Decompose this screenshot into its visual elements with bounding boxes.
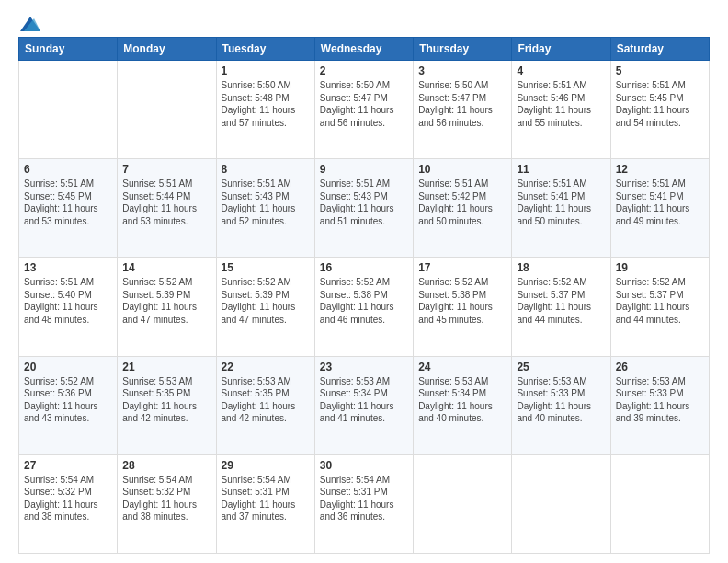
day-info: Sunrise: 5:51 AM Sunset: 5:45 PM Dayligh…	[24, 178, 112, 227]
calendar-cell: 28Sunrise: 5:54 AM Sunset: 5:32 PM Dayli…	[118, 454, 216, 553]
day-info: Sunrise: 5:54 AM Sunset: 5:31 PM Dayligh…	[320, 474, 408, 523]
day-info: Sunrise: 5:54 AM Sunset: 5:31 PM Dayligh…	[222, 474, 310, 523]
day-number: 20	[24, 361, 112, 373]
day-info: Sunrise: 5:50 AM Sunset: 5:47 PM Dayligh…	[418, 79, 506, 129]
calendar-cell: 22Sunrise: 5:53 AM Sunset: 5:35 PM Dayli…	[216, 356, 314, 454]
calendar-week-row: 13Sunrise: 5:51 AM Sunset: 5:40 PM Dayli…	[19, 258, 710, 356]
day-header-friday: Friday	[512, 38, 610, 61]
calendar-cell: 17Sunrise: 5:52 AM Sunset: 5:38 PM Dayli…	[414, 258, 512, 356]
calendar-cell: 15Sunrise: 5:52 AM Sunset: 5:39 PM Dayli…	[216, 258, 314, 356]
day-header-monday: Monday	[118, 38, 216, 61]
day-info: Sunrise: 5:51 AM Sunset: 5:42 PM Dayligh…	[418, 178, 506, 227]
day-number: 1	[222, 64, 310, 77]
calendar-table: SundayMondayTuesdayWednesdayThursdayFrid…	[18, 37, 710, 554]
calendar-cell: 4Sunrise: 5:51 AM Sunset: 5:46 PM Daylig…	[512, 61, 610, 159]
logo-icon	[20, 17, 40, 31]
day-number: 25	[517, 361, 605, 373]
calendar-cell: 27Sunrise: 5:54 AM Sunset: 5:32 PM Dayli…	[19, 454, 118, 553]
day-number: 19	[616, 261, 704, 274]
day-number: 12	[616, 163, 704, 176]
calendar-cell: 25Sunrise: 5:53 AM Sunset: 5:33 PM Dayli…	[512, 356, 610, 454]
day-number: 14	[122, 261, 210, 274]
calendar-week-row: 6Sunrise: 5:51 AM Sunset: 5:45 PM Daylig…	[19, 159, 710, 258]
calendar-header-row: SundayMondayTuesdayWednesdayThursdayFrid…	[19, 38, 710, 61]
calendar-cell: 11Sunrise: 5:51 AM Sunset: 5:41 PM Dayli…	[512, 159, 610, 258]
day-info: Sunrise: 5:50 AM Sunset: 5:47 PM Dayligh…	[320, 79, 408, 129]
day-number: 28	[122, 459, 210, 472]
calendar-cell: 24Sunrise: 5:53 AM Sunset: 5:34 PM Dayli…	[414, 356, 512, 454]
calendar-cell: 23Sunrise: 5:53 AM Sunset: 5:34 PM Dayli…	[314, 356, 413, 454]
day-info: Sunrise: 5:51 AM Sunset: 5:41 PM Dayligh…	[517, 178, 605, 227]
day-number: 3	[418, 64, 506, 77]
calendar-cell: 12Sunrise: 5:51 AM Sunset: 5:41 PM Dayli…	[610, 159, 709, 258]
day-header-saturday: Saturday	[610, 38, 709, 61]
day-header-tuesday: Tuesday	[216, 38, 314, 61]
day-info: Sunrise: 5:53 AM Sunset: 5:34 PM Dayligh…	[320, 375, 408, 425]
calendar-week-row: 20Sunrise: 5:52 AM Sunset: 5:36 PM Dayli…	[19, 356, 710, 454]
day-number: 22	[222, 361, 310, 373]
day-number: 18	[517, 261, 605, 274]
day-info: Sunrise: 5:54 AM Sunset: 5:32 PM Dayligh…	[24, 474, 112, 523]
day-info: Sunrise: 5:51 AM Sunset: 5:43 PM Dayligh…	[222, 178, 310, 227]
day-info: Sunrise: 5:52 AM Sunset: 5:37 PM Dayligh…	[616, 276, 704, 326]
calendar-cell: 7Sunrise: 5:51 AM Sunset: 5:44 PM Daylig…	[118, 159, 216, 258]
day-info: Sunrise: 5:51 AM Sunset: 5:43 PM Dayligh…	[320, 178, 408, 227]
calendar-cell: 14Sunrise: 5:52 AM Sunset: 5:39 PM Dayli…	[118, 258, 216, 356]
day-number: 5	[616, 64, 704, 77]
header	[18, 17, 710, 31]
day-info: Sunrise: 5:51 AM Sunset: 5:40 PM Dayligh…	[24, 276, 112, 326]
day-header-wednesday: Wednesday	[314, 38, 413, 61]
day-number: 29	[222, 459, 310, 472]
day-number: 4	[517, 64, 605, 77]
calendar-cell: 3Sunrise: 5:50 AM Sunset: 5:47 PM Daylig…	[414, 61, 512, 159]
calendar-cell: 26Sunrise: 5:53 AM Sunset: 5:33 PM Dayli…	[610, 356, 709, 454]
day-info: Sunrise: 5:52 AM Sunset: 5:38 PM Dayligh…	[320, 276, 408, 326]
day-number: 16	[320, 261, 408, 274]
day-number: 10	[418, 163, 506, 176]
day-number: 30	[320, 459, 408, 472]
day-info: Sunrise: 5:52 AM Sunset: 5:39 PM Dayligh…	[122, 276, 210, 326]
calendar-cell: 30Sunrise: 5:54 AM Sunset: 5:31 PM Dayli…	[314, 454, 413, 553]
calendar-week-row: 27Sunrise: 5:54 AM Sunset: 5:32 PM Dayli…	[19, 454, 710, 553]
day-number: 8	[222, 163, 310, 176]
day-number: 7	[122, 163, 210, 176]
calendar-cell: 10Sunrise: 5:51 AM Sunset: 5:42 PM Dayli…	[414, 159, 512, 258]
day-info: Sunrise: 5:52 AM Sunset: 5:36 PM Dayligh…	[24, 375, 112, 425]
day-info: Sunrise: 5:52 AM Sunset: 5:37 PM Dayligh…	[517, 276, 605, 326]
day-header-thursday: Thursday	[414, 38, 512, 61]
day-info: Sunrise: 5:53 AM Sunset: 5:33 PM Dayligh…	[517, 375, 605, 425]
day-info: Sunrise: 5:51 AM Sunset: 5:46 PM Dayligh…	[517, 79, 605, 129]
calendar-cell	[118, 61, 216, 159]
day-info: Sunrise: 5:50 AM Sunset: 5:48 PM Dayligh…	[222, 79, 310, 129]
day-number: 2	[320, 64, 408, 77]
day-number: 21	[122, 361, 210, 373]
day-number: 6	[24, 163, 112, 176]
day-info: Sunrise: 5:53 AM Sunset: 5:33 PM Dayligh…	[616, 375, 704, 425]
day-info: Sunrise: 5:54 AM Sunset: 5:32 PM Dayligh…	[122, 474, 210, 523]
day-info: Sunrise: 5:51 AM Sunset: 5:45 PM Dayligh…	[616, 79, 704, 129]
calendar-cell: 1Sunrise: 5:50 AM Sunset: 5:48 PM Daylig…	[216, 61, 314, 159]
day-info: Sunrise: 5:51 AM Sunset: 5:41 PM Dayligh…	[616, 178, 704, 227]
day-header-sunday: Sunday	[19, 38, 118, 61]
day-info: Sunrise: 5:53 AM Sunset: 5:34 PM Dayligh…	[418, 375, 506, 425]
day-number: 11	[517, 163, 605, 176]
day-info: Sunrise: 5:51 AM Sunset: 5:44 PM Dayligh…	[122, 178, 210, 227]
calendar-cell: 29Sunrise: 5:54 AM Sunset: 5:31 PM Dayli…	[216, 454, 314, 553]
calendar-cell: 5Sunrise: 5:51 AM Sunset: 5:45 PM Daylig…	[610, 61, 709, 159]
day-number: 26	[616, 361, 704, 373]
calendar-cell: 16Sunrise: 5:52 AM Sunset: 5:38 PM Dayli…	[314, 258, 413, 356]
page: SundayMondayTuesdayWednesdayThursdayFrid…	[0, 0, 728, 563]
calendar-cell: 20Sunrise: 5:52 AM Sunset: 5:36 PM Dayli…	[19, 356, 118, 454]
calendar-cell	[414, 454, 512, 553]
day-number: 13	[24, 261, 112, 274]
calendar-cell	[610, 454, 709, 553]
calendar-cell: 6Sunrise: 5:51 AM Sunset: 5:45 PM Daylig…	[19, 159, 118, 258]
day-info: Sunrise: 5:53 AM Sunset: 5:35 PM Dayligh…	[122, 375, 210, 425]
day-number: 24	[418, 361, 506, 373]
calendar-cell	[19, 61, 118, 159]
calendar-cell: 13Sunrise: 5:51 AM Sunset: 5:40 PM Dayli…	[19, 258, 118, 356]
calendar-cell: 2Sunrise: 5:50 AM Sunset: 5:47 PM Daylig…	[314, 61, 413, 159]
day-number: 27	[24, 459, 112, 472]
day-info: Sunrise: 5:52 AM Sunset: 5:39 PM Dayligh…	[222, 276, 310, 326]
logo	[18, 17, 40, 31]
